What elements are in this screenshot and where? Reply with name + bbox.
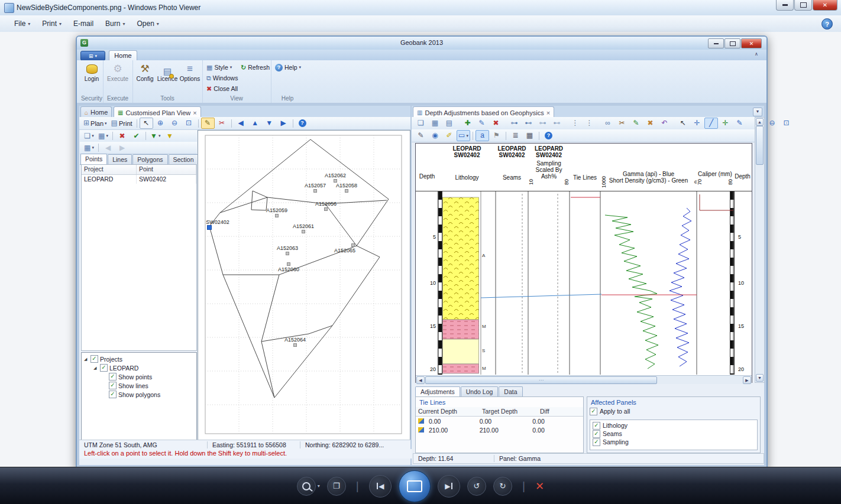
forward-button[interactable]: ▶ — [115, 142, 129, 154]
tie-draw-button[interactable]: ✎ — [629, 118, 643, 129]
help-button[interactable]: ? — [542, 130, 555, 141]
depth-range-button[interactable]: ▭▾ — [457, 130, 470, 141]
delete-button[interactable]: ✖ — [115, 131, 129, 142]
scroll-right-icon[interactable]: ▶ — [743, 376, 751, 384]
filter-clear-button[interactable]: ▼ — [163, 131, 176, 142]
close-button[interactable]: ✕ — [813, 0, 837, 11]
tree-node-show-lines[interactable]: ✓ Show lines — [82, 381, 196, 390]
cut-tool-button[interactable]: ✂ — [215, 118, 229, 129]
select-tool-button[interactable]: ↖ — [140, 118, 153, 129]
checkbox-checked-icon[interactable]: ✓ — [593, 438, 600, 446]
config-button[interactable]: ⚒ Config — [134, 61, 156, 91]
vscroll-thumb[interactable] — [756, 126, 764, 165]
checkbox-checked-icon[interactable]: ✓ — [90, 355, 98, 363]
add-button[interactable]: ✚ — [461, 118, 474, 129]
scroll-left-icon[interactable]: ◀ — [416, 376, 425, 384]
filter-button[interactable]: ▼▾ — [148, 131, 162, 142]
menu-file[interactable]: File▾ — [8, 18, 36, 30]
tab-close-icon[interactable]: × — [546, 110, 550, 116]
label-flag-button[interactable]: ⚑ — [490, 130, 503, 141]
table-row[interactable]: LEOPARD SW02402 — [82, 175, 196, 184]
tab-depth-adjustments[interactable]: ▥ Depth Adjustments based on Geophysics … — [413, 106, 554, 118]
panel-check-sampling[interactable]: ✓Sampling — [590, 438, 757, 446]
pan-down-button[interactable]: ▼ — [263, 118, 276, 129]
menu-open[interactable]: Open▾ — [131, 18, 164, 30]
visibility-button[interactable]: ◉ — [428, 130, 442, 141]
checkbox-checked-icon[interactable]: ✓ — [109, 391, 117, 398]
tree-node-show-points[interactable]: ✓ Show points — [82, 372, 196, 381]
login-button[interactable]: Login — [81, 61, 102, 91]
tab-home[interactable]: ⌂ Home — [80, 106, 112, 118]
map-point[interactable] — [325, 208, 328, 211]
expander-icon[interactable]: ◢ — [93, 366, 98, 370]
previous-button[interactable]: ◀ — [369, 475, 392, 498]
pan-up-button[interactable]: ▲ — [248, 118, 262, 129]
column-header-point[interactable]: Point — [137, 165, 196, 174]
accept-button[interactable]: ✔ — [130, 131, 143, 142]
tie-line-row[interactable]: 0.000.000.00 — [416, 417, 583, 425]
link-b-button[interactable]: ⊷ — [522, 118, 535, 129]
column-header-project[interactable]: Project — [82, 165, 137, 174]
help-button[interactable]: ? — [821, 18, 833, 30]
tab-adjustments[interactable]: Adjustments — [415, 386, 460, 397]
plan-menu-button[interactable]: ⊞Plan▾ — [82, 118, 109, 129]
delete-button[interactable]: ✖ — [489, 118, 503, 129]
stretch-tool-button[interactable]: ✛ — [719, 118, 732, 129]
tie-line-row[interactable]: 210.00210.000.00 — [416, 425, 583, 434]
apply-to-all-row[interactable]: ✓ Apply to all — [587, 407, 760, 415]
link-d-button[interactable]: ⊷ — [550, 118, 564, 129]
zoom-out-button[interactable]: ⊖ — [765, 118, 779, 129]
titlebar[interactable]: NewSideBySideComponents.png - Windows Ph… — [0, 0, 841, 16]
checkbox-checked-icon[interactable]: ✓ — [590, 408, 597, 415]
export-button[interactable]: ❏▾ — [82, 131, 96, 142]
log-display[interactable]: Depth LEOPARDSW02402 Lithology LEOPARDSW… — [415, 143, 752, 383]
zoom-in-button[interactable]: ⊕ — [154, 118, 167, 129]
close-all-button[interactable]: ✖ Close All — [205, 84, 240, 93]
print-menu-button[interactable]: ▤Print — [109, 118, 134, 129]
help-menu-button[interactable]: ? Help ▾ — [273, 63, 303, 72]
map-point[interactable] — [276, 214, 279, 217]
actual-size-button[interactable]: ❐ — [327, 477, 346, 496]
map-point[interactable] — [286, 252, 289, 255]
map-point[interactable] — [334, 180, 337, 183]
tree-node-projects[interactable]: ◢ ✓ Projects — [82, 355, 196, 363]
pointer-tool-button[interactable]: ↖ — [676, 118, 690, 129]
maximize-button[interactable] — [794, 0, 812, 11]
table-view-button[interactable]: ▦ — [523, 130, 536, 141]
tree-node-leopard[interactable]: ◢ ✓ LEOPARD — [82, 363, 196, 372]
scroll-down-icon[interactable]: ▼ — [756, 374, 764, 382]
save-button[interactable]: ▦ — [428, 118, 442, 129]
pan-left-button[interactable]: ◀ — [234, 118, 248, 129]
export-button[interactable]: ❏ — [414, 118, 428, 129]
map-view[interactable]: A152062A152057A152058A152056A152059SW024… — [198, 130, 410, 440]
subtab-polygons[interactable]: Polygons — [132, 154, 167, 164]
menu-burn[interactable]: Burn▾ — [99, 18, 131, 30]
zoom-button[interactable] — [297, 477, 316, 496]
map-point-selected[interactable] — [208, 226, 212, 230]
grid-view-button[interactable]: ≣ — [509, 130, 522, 141]
tab-list-dropdown-button[interactable]: ▼ — [753, 108, 762, 116]
play-slideshow-button[interactable] — [399, 470, 431, 502]
refresh-button[interactable]: ↻ Refresh — [239, 63, 271, 72]
draw-tool-button[interactable]: ✎ — [733, 118, 746, 129]
expander-icon[interactable]: ◢ — [84, 357, 89, 362]
map-point[interactable] — [302, 230, 305, 233]
edit-button[interactable]: ✎ — [475, 118, 489, 129]
dots-b-button[interactable]: ⋮ — [583, 118, 596, 129]
rotate-ccw-button[interactable]: ↺ — [467, 477, 486, 496]
undo-button[interactable]: ↶ — [658, 118, 671, 129]
log-hscrollbar[interactable]: ◀ ▶ ⋯ — [416, 375, 752, 384]
licence-button[interactable]: ▤ Licence — [157, 61, 178, 91]
hscroll-thumb[interactable]: ⋯ — [425, 376, 657, 384]
map-point[interactable] — [345, 190, 348, 193]
subtab-points[interactable]: Points — [80, 154, 107, 164]
layout-menu-button[interactable]: ▦▾ — [82, 142, 96, 154]
map-point[interactable] — [352, 244, 355, 247]
subtab-section[interactable]: Section — [169, 154, 199, 164]
log-body[interactable]: 5101520 5101520 AMSM — [416, 191, 752, 375]
zoom-fit-button[interactable]: ⊡ — [779, 118, 793, 129]
highlight-button[interactable]: ✐ — [442, 130, 456, 141]
back-button[interactable]: ◀ — [101, 142, 115, 154]
ribbon-tab-home[interactable]: Home — [109, 50, 137, 61]
tab-data[interactable]: Data — [499, 386, 522, 396]
